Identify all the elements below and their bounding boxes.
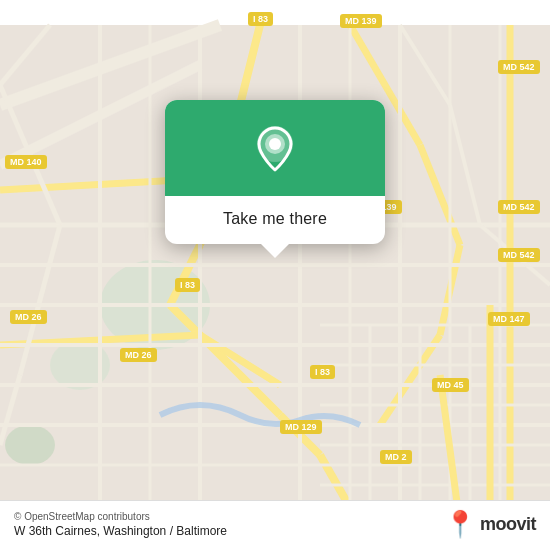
svg-point-56	[269, 138, 281, 150]
moovit-logo: 📍 moovit	[444, 509, 536, 540]
location-label: W 36th Cairnes, Washington / Baltimore	[14, 524, 227, 538]
road-sign-md139-top: MD 139	[340, 14, 382, 28]
road-sign-md140: MD 140	[5, 155, 47, 169]
location-pin-icon	[249, 124, 301, 176]
road-sign-i83-top: I 83	[248, 12, 273, 26]
moovit-logo-text: moovit	[480, 514, 536, 535]
road-sign-i83-mid: I 83	[175, 278, 200, 292]
popup-top	[165, 100, 385, 196]
road-sign-i83-bot: I 83	[310, 365, 335, 379]
road-sign-md542-2: MD 542	[498, 200, 540, 214]
popup-bottom: Take me there	[165, 196, 385, 244]
road-sign-md26-2: MD 26	[120, 348, 157, 362]
road-sign-md45: MD 45	[432, 378, 469, 392]
road-sign-md129: MD 129	[280, 420, 322, 434]
map-container: I 83MD 139MD 542MD 140MD 139MD 542MD 542…	[0, 0, 550, 550]
road-sign-md542-3: MD 542	[498, 248, 540, 262]
road-sign-md26-1: MD 26	[10, 310, 47, 324]
road-sign-md147: MD 147	[488, 312, 530, 326]
moovit-pin-icon: 📍	[444, 509, 476, 540]
popup-pointer	[261, 244, 289, 258]
road-sign-md542-1: MD 542	[498, 60, 540, 74]
map-background	[0, 0, 550, 550]
popup-card: Take me there	[165, 100, 385, 244]
take-me-there-button[interactable]: Take me there	[223, 210, 327, 228]
map-attribution: © OpenStreetMap contributors	[14, 511, 227, 522]
bottom-bar: © OpenStreetMap contributors W 36th Cair…	[0, 500, 550, 550]
road-sign-md2: MD 2	[380, 450, 412, 464]
